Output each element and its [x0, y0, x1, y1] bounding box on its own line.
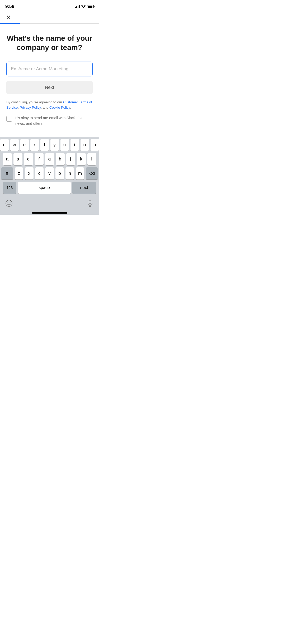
key-v[interactable]: v [45, 167, 54, 180]
status-icons [75, 5, 94, 9]
key-h[interactable]: h [56, 153, 65, 165]
cookie-policy-link[interactable]: Cookie Policy [49, 105, 70, 109]
signal-icon [75, 5, 80, 8]
email-optin-label: It's okay to send me email with Slack ti… [15, 115, 93, 126]
key-m[interactable]: m [76, 167, 84, 180]
key-i[interactable]: i [70, 139, 79, 151]
delete-key[interactable]: ⌫ [86, 167, 98, 180]
keyboard-row-2: a s d f g h j k l [1, 153, 98, 165]
keyboard: q w e r t y u i o p a s d f g h j k l ⬆ … [0, 137, 99, 215]
mic-button[interactable] [85, 199, 95, 208]
key-r[interactable]: r [30, 139, 39, 151]
key-e[interactable]: e [20, 139, 29, 151]
keyboard-bottom-row [0, 197, 99, 210]
svg-point-1 [8, 203, 8, 203]
terms-text: By continuing, you're agreeing to our Cu… [6, 100, 93, 110]
key-f[interactable]: f [35, 153, 44, 165]
key-x[interactable]: x [25, 167, 34, 180]
key-b[interactable]: b [55, 167, 64, 180]
key-j[interactable]: j [66, 153, 75, 165]
svg-point-0 [6, 200, 12, 206]
company-name-input[interactable] [6, 62, 93, 76]
key-d[interactable]: d [24, 153, 33, 165]
svg-point-2 [10, 203, 11, 203]
wifi-icon [81, 5, 86, 9]
key-g[interactable]: g [45, 153, 54, 165]
key-a[interactable]: a [3, 153, 12, 165]
key-p[interactable]: p [91, 139, 99, 151]
keyboard-row-3: ⬆ z x c v b n m ⌫ [1, 167, 98, 180]
key-w[interactable]: w [10, 139, 19, 151]
keyboard-next-key[interactable]: next [72, 182, 96, 194]
key-o[interactable]: o [81, 139, 89, 151]
next-button[interactable]: Next [6, 81, 93, 94]
key-n[interactable]: n [65, 167, 74, 180]
key-u[interactable]: u [60, 139, 69, 151]
key-t[interactable]: t [40, 139, 49, 151]
svg-rect-3 [89, 200, 91, 204]
close-button[interactable]: ✕ [4, 13, 13, 22]
email-optin-row: It's okay to send me email with Slack ti… [6, 115, 93, 126]
battery-icon [87, 5, 94, 8]
key-k[interactable]: k [77, 153, 86, 165]
numbers-key[interactable]: 123 [3, 182, 16, 194]
emoji-button[interactable] [4, 199, 14, 208]
status-time: 9:56 [5, 4, 14, 9]
privacy-policy-link[interactable]: Privacy Policy [20, 105, 41, 109]
key-s[interactable]: s [13, 153, 22, 165]
email-optin-checkbox[interactable] [6, 116, 12, 122]
home-indicator [0, 210, 99, 215]
keyboard-row-4: 123 space next [1, 182, 98, 194]
shift-key[interactable]: ⬆ [1, 167, 13, 180]
key-y[interactable]: y [50, 139, 59, 151]
key-q[interactable]: q [0, 139, 9, 151]
space-key[interactable]: space [18, 182, 71, 194]
key-c[interactable]: c [35, 167, 44, 180]
home-bar [32, 212, 67, 214]
status-bar: 9:56 [0, 0, 99, 12]
page-title: What's the name of your company or team? [6, 34, 93, 52]
nav-bar: ✕ [0, 12, 99, 23]
key-l[interactable]: l [87, 153, 96, 165]
main-content: What's the name of your company or team?… [0, 24, 99, 133]
keyboard-row-1: q w e r t y u i o p [1, 139, 98, 151]
key-z[interactable]: z [15, 167, 23, 180]
